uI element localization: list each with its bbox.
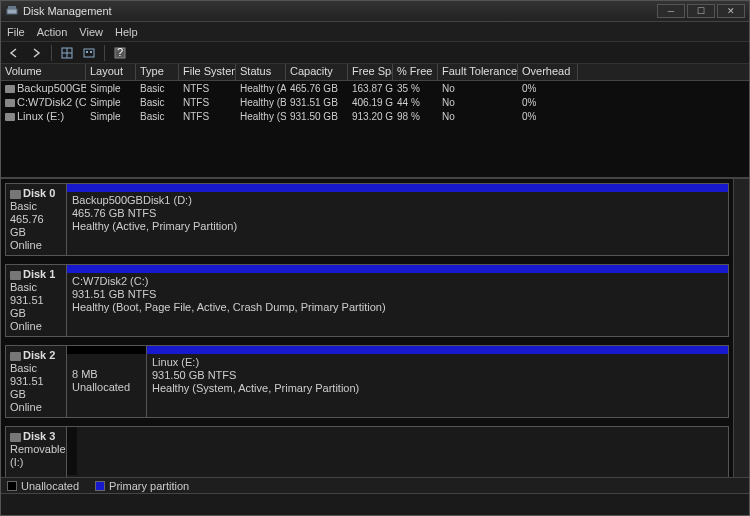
settings-button[interactable]: [80, 44, 98, 62]
disk-state: Online: [10, 401, 42, 413]
vol-free: 163.87 GB: [348, 83, 393, 94]
disk-info[interactable]: Disk 2 Basic 931.51 GB Online: [5, 345, 67, 418]
col-pctfree[interactable]: % Free: [393, 64, 438, 80]
disk-info[interactable]: Disk 0 Basic 465.76 GB Online: [5, 183, 67, 256]
legend-swatch-unallocated: [7, 481, 17, 491]
volume-icon: [5, 85, 15, 93]
statusbar: [1, 493, 749, 515]
menu-help[interactable]: Help: [115, 26, 138, 38]
refresh-button[interactable]: [58, 44, 76, 62]
disk-row: Disk 3 Removable (I:) No Media: [5, 426, 729, 477]
disk-name: Disk 1: [23, 268, 55, 280]
vol-free: 913.20 GB: [348, 111, 393, 122]
col-freespace[interactable]: Free Spa...: [348, 64, 393, 80]
col-overhead[interactable]: Overhead: [518, 64, 578, 80]
svg-rect-6: [86, 51, 88, 53]
partition-size: 931.50 GB NTFS: [152, 369, 236, 381]
partition[interactable]: Backup500GBDisk1 (D:) 465.76 GB NTFS Hea…: [67, 184, 728, 255]
vol-name: C:W7Disk2 (C:): [17, 96, 86, 108]
partition[interactable]: C:W7Disk2 (C:) 931.51 GB NTFS Healthy (B…: [67, 265, 728, 336]
partition-empty[interactable]: [67, 426, 729, 477]
disk-state: Online: [10, 320, 42, 332]
vol-cap: 931.50 GB: [286, 111, 348, 122]
svg-text:?: ?: [117, 47, 123, 58]
volume-row[interactable]: Linux (E:) Simple Basic NTFS Healthy (S.…: [1, 109, 749, 123]
disk-name: Disk 2: [23, 349, 55, 361]
maximize-button[interactable]: ☐: [687, 4, 715, 18]
partition-title: Linux (E:): [152, 356, 199, 368]
legend-primary: Primary partition: [109, 480, 189, 492]
disk-icon: [10, 271, 21, 280]
volume-icon: [5, 99, 15, 107]
col-filesystem[interactable]: File System: [179, 64, 236, 80]
vol-fs: NTFS: [179, 83, 236, 94]
partition-strip-unallocated: [67, 346, 146, 354]
partition-size: 931.51 GB NTFS: [72, 288, 156, 300]
disk-type: Basic: [10, 200, 37, 212]
disk-size: 931.51 GB: [10, 375, 44, 400]
menubar: File Action View Help: [1, 22, 749, 42]
svg-rect-0: [7, 9, 17, 14]
disk-row: Disk 2 Basic 931.51 GB Online 8 MB Unall…: [5, 345, 729, 418]
disk-info[interactable]: Disk 1 Basic 931.51 GB Online: [5, 264, 67, 337]
vol-over: 0%: [518, 83, 578, 94]
vol-status: Healthy (B...: [236, 97, 286, 108]
partition-size: 8 MB: [72, 368, 98, 380]
vol-name: Linux (E:): [17, 110, 64, 122]
disk-name: Disk 3: [23, 430, 55, 442]
partition-title: Backup500GBDisk1 (D:): [72, 194, 192, 206]
vol-over: 0%: [518, 97, 578, 108]
window-title: Disk Management: [23, 5, 657, 17]
disk-row: Disk 0 Basic 465.76 GB Online Backup500G…: [5, 183, 729, 256]
menu-file[interactable]: File: [7, 26, 25, 38]
vol-fs: NTFS: [179, 97, 236, 108]
help-button[interactable]: ?: [111, 44, 129, 62]
vol-over: 0%: [518, 111, 578, 122]
disk-icon: [10, 433, 21, 442]
partition-strip-primary: [67, 265, 728, 273]
partition-title: C:W7Disk2 (C:): [72, 275, 148, 287]
volume-row[interactable]: C:W7Disk2 (C:) Simple Basic NTFS Healthy…: [1, 95, 749, 109]
svg-rect-7: [90, 51, 92, 53]
vol-layout: Simple: [86, 83, 136, 94]
disk-row: Disk 1 Basic 931.51 GB Online C:W7Disk2 …: [5, 264, 729, 337]
disk-type: Basic: [10, 362, 37, 374]
main-area: Volume Layout Type File System Status Ca…: [1, 64, 749, 493]
menu-action[interactable]: Action: [37, 26, 68, 38]
graphical-pane: Disk 0 Basic 465.76 GB Online Backup500G…: [1, 179, 749, 477]
col-layout[interactable]: Layout: [86, 64, 136, 80]
col-volume[interactable]: Volume: [1, 64, 86, 80]
volume-rows: Backup500GBDisk... Simple Basic NTFS Hea…: [1, 81, 749, 123]
legend: Unallocated Primary partition: [1, 477, 749, 493]
partition-size: 465.76 GB NTFS: [72, 207, 156, 219]
vol-status: Healthy (S...: [236, 111, 286, 122]
vol-cap: 465.76 GB: [286, 83, 348, 94]
vol-pct: 98 %: [393, 111, 438, 122]
col-type[interactable]: Type: [136, 64, 179, 80]
partition-strip-primary: [67, 184, 728, 192]
volume-row[interactable]: Backup500GBDisk... Simple Basic NTFS Hea…: [1, 81, 749, 95]
vol-fault: No: [438, 83, 518, 94]
col-status[interactable]: Status: [236, 64, 286, 80]
legend-unallocated: Unallocated: [21, 480, 79, 492]
col-fault[interactable]: Fault Tolerance: [438, 64, 518, 80]
close-button[interactable]: ✕: [717, 4, 745, 18]
titlebar[interactable]: Disk Management ─ ☐ ✕: [1, 1, 749, 22]
vol-name: Backup500GBDisk...: [17, 82, 86, 94]
menu-view[interactable]: View: [79, 26, 103, 38]
vertical-scrollbar[interactable]: [733, 179, 749, 477]
partition-status: Healthy (System, Active, Primary Partiti…: [152, 382, 359, 394]
minimize-button[interactable]: ─: [657, 4, 685, 18]
partition-unallocated[interactable]: 8 MB Unallocated: [67, 346, 147, 417]
disk-type: Basic: [10, 281, 37, 293]
forward-button[interactable]: [27, 44, 45, 62]
partition[interactable]: Linux (E:) 931.50 GB NTFS Healthy (Syste…: [147, 346, 728, 417]
vol-free: 406.19 GB: [348, 97, 393, 108]
vol-fault: No: [438, 97, 518, 108]
volume-header-row: Volume Layout Type File System Status Ca…: [1, 64, 749, 81]
disk-info[interactable]: Disk 3 Removable (I:) No Media: [5, 426, 67, 477]
back-button[interactable]: [5, 44, 23, 62]
vol-fault: No: [438, 111, 518, 122]
disk-name: Disk 0: [23, 187, 55, 199]
col-capacity[interactable]: Capacity: [286, 64, 348, 80]
